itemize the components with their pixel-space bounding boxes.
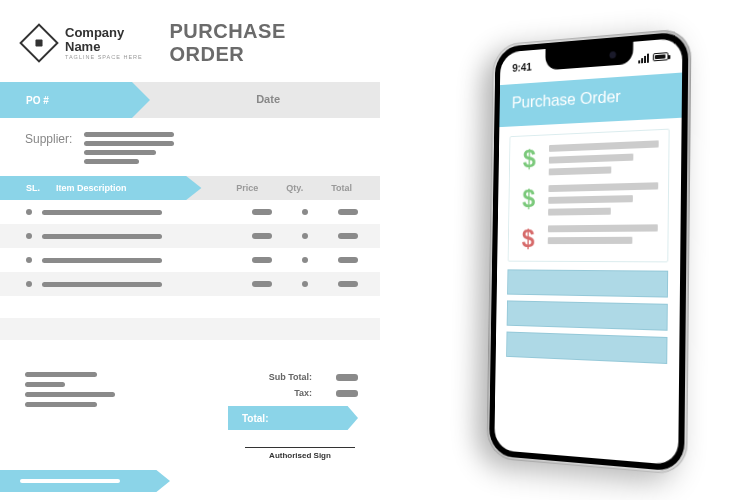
document-title: PURCHASE ORDER — [170, 20, 356, 66]
company-name: Company Name — [65, 26, 158, 55]
po-number-label: PO # — [26, 95, 49, 106]
bottom-ribbon — [0, 470, 170, 492]
list-item: $ — [517, 182, 657, 216]
table-row — [0, 224, 380, 248]
company-logo-icon — [19, 23, 59, 63]
col-sl: SL. — [26, 183, 40, 193]
table-row-empty — [0, 318, 380, 340]
date-label: Date — [256, 93, 280, 105]
signal-icon — [638, 53, 649, 63]
battery-icon — [652, 52, 668, 61]
tax-value-placeholder — [336, 390, 358, 397]
supplier-label: Supplier: — [25, 132, 72, 146]
table-row — [0, 200, 380, 224]
summary-block — [506, 332, 667, 365]
phone-mockup: 9:41 Purchase Order — [486, 28, 691, 476]
company-tagline: TAGLINE SPACE HERE — [65, 54, 158, 60]
tax-label: Tax: — [294, 388, 312, 398]
table-row — [0, 272, 380, 296]
entries-card: $ $ $ — [507, 129, 669, 263]
items-table-header: SL. Item Description Price Qty. Total — [0, 176, 380, 200]
signature-label: Authorised Sign — [245, 451, 355, 460]
total-label: Total: — [242, 413, 268, 424]
totals-section: Sub Total: Tax: Total: — [0, 362, 380, 430]
document-header: Company Name TAGLINE SPACE HERE PURCHASE… — [0, 0, 380, 76]
col-qty: Qty. — [286, 183, 303, 193]
dollar-icon: $ — [518, 185, 540, 211]
status-time: 9:41 — [512, 61, 531, 74]
po-number-ribbon: PO # — [0, 82, 150, 118]
total-ribbon: Total: — [228, 406, 358, 430]
dollar-icon: $ — [518, 145, 540, 171]
po-header-band: PO # Date — [0, 82, 380, 118]
table-row-empty — [0, 340, 380, 362]
subtotal-label: Sub Total: — [269, 372, 312, 382]
supplier-placeholder-lines — [84, 132, 174, 164]
col-total: Total — [331, 183, 352, 193]
list-item: $ — [518, 140, 658, 176]
phone-mockup-panel: 9:41 Purchase Order — [380, 0, 750, 500]
supplier-section: Supplier: — [0, 118, 380, 176]
dollar-icon: $ — [517, 226, 539, 251]
summary-blocks — [506, 269, 668, 364]
col-item: Item Description — [56, 183, 127, 193]
summary-block — [507, 269, 668, 297]
purchase-order-document: Company Name TAGLINE SPACE HERE PURCHASE… — [0, 0, 380, 500]
summary-block — [506, 300, 667, 330]
table-row — [0, 248, 380, 272]
subtotal-value-placeholder — [336, 374, 358, 381]
col-price: Price — [236, 183, 258, 193]
list-item: $ — [517, 224, 657, 251]
table-row-empty — [0, 296, 380, 318]
notes-placeholder — [25, 372, 115, 430]
app-title: Purchase Order — [511, 87, 620, 112]
signature-area: Authorised Sign — [245, 447, 355, 460]
